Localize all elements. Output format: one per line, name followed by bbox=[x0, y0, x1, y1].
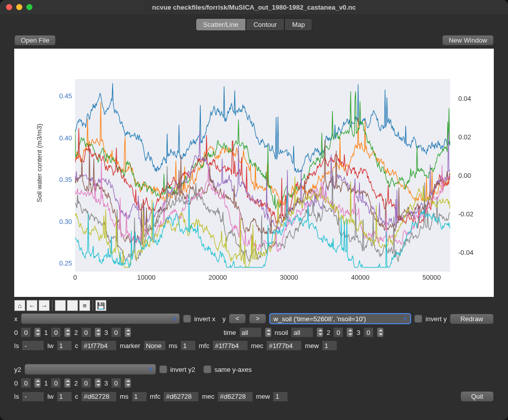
mew-input[interactable] bbox=[322, 340, 337, 351]
back-icon[interactable]: ← bbox=[26, 300, 38, 311]
y-variable-select[interactable]: w_soil ('time=52608', 'nsoil=10') bbox=[269, 313, 411, 324]
y2dim3-stepper[interactable] bbox=[124, 378, 131, 388]
new-window-button[interactable]: New Window bbox=[442, 35, 494, 46]
save-icon[interactable]: 💾 bbox=[95, 300, 106, 311]
zoom-icon[interactable] bbox=[67, 300, 78, 311]
xdim1-stepper[interactable] bbox=[64, 327, 71, 337]
mfc-input[interactable] bbox=[212, 340, 248, 351]
ynsoil-stepper[interactable] bbox=[316, 327, 323, 337]
marker-label: marker bbox=[120, 342, 140, 350]
ydim3-stepper[interactable] bbox=[377, 327, 384, 337]
xdim0-stepper[interactable] bbox=[34, 327, 41, 337]
home-icon[interactable]: ⌂ bbox=[14, 300, 25, 311]
mode-tabs: Scatter/Line Contour Map bbox=[0, 14, 508, 34]
xdim1-input[interactable] bbox=[51, 327, 61, 337]
redraw-button[interactable]: Redraw bbox=[450, 314, 494, 324]
xdim3-input[interactable] bbox=[111, 327, 121, 337]
plot-toolbar: ⌂ ← → ≡ 💾 bbox=[14, 300, 494, 311]
app-window: ncvue checkfiles/forrisk/MuSICA_out_1980… bbox=[0, 0, 508, 420]
toolbar-sep2 bbox=[92, 300, 93, 311]
ytick-left: 0.45 bbox=[50, 92, 72, 100]
ydim3-input[interactable] bbox=[364, 327, 374, 337]
close-icon[interactable] bbox=[6, 4, 12, 10]
ytick-right: 0.00 bbox=[458, 172, 482, 179]
y2dim3-input[interactable] bbox=[111, 378, 121, 388]
series-line bbox=[75, 83, 450, 172]
x-label: x bbox=[14, 315, 18, 323]
mew2-label: mew bbox=[256, 393, 270, 400]
c-input[interactable] bbox=[81, 340, 117, 351]
zoom-icon[interactable] bbox=[26, 4, 32, 10]
mec-label: mec bbox=[251, 342, 264, 350]
series-line bbox=[75, 128, 450, 228]
y2-variable-select[interactable] bbox=[24, 364, 156, 375]
ydim2-input[interactable] bbox=[333, 327, 343, 337]
lw-input[interactable] bbox=[57, 340, 72, 351]
y-label: y bbox=[223, 315, 226, 323]
y2-dims-row: 0 1 2 3 bbox=[14, 378, 494, 388]
plot-area[interactable] bbox=[75, 79, 450, 272]
tab-contour[interactable]: Contour bbox=[246, 18, 284, 31]
ls2-input[interactable] bbox=[22, 392, 44, 402]
x-variable-select[interactable] bbox=[21, 313, 180, 324]
y-next-button[interactable]: > bbox=[249, 314, 266, 324]
y-prev-button[interactable]: < bbox=[229, 314, 246, 324]
y2dim3-label: 3 bbox=[104, 379, 108, 387]
forward-icon[interactable]: → bbox=[39, 300, 50, 311]
xtick: 0 bbox=[60, 274, 90, 281]
invert-y2-checkbox[interactable] bbox=[159, 365, 167, 373]
ls2-label: ls bbox=[14, 393, 19, 400]
same-y-axes-label: same y-axes bbox=[214, 366, 252, 373]
y2dim0-label: 0 bbox=[14, 379, 18, 387]
top-buttons: Open File New Window bbox=[0, 34, 508, 49]
xdim3-label: 3 bbox=[104, 329, 108, 336]
ms2-input[interactable] bbox=[132, 392, 147, 402]
lw2-label: lw bbox=[47, 393, 53, 400]
ytick-left: 0.25 bbox=[50, 259, 72, 267]
mfc2-input[interactable] bbox=[163, 392, 199, 402]
mec-input[interactable] bbox=[266, 340, 302, 351]
y2dim2-stepper[interactable] bbox=[94, 378, 101, 388]
ydim2-stepper[interactable] bbox=[346, 327, 353, 337]
ytime-input[interactable] bbox=[239, 327, 262, 337]
y2-label: y2 bbox=[14, 366, 21, 373]
ms-input[interactable] bbox=[180, 340, 196, 351]
marker-input[interactable] bbox=[143, 340, 166, 351]
xdim0-input[interactable] bbox=[21, 327, 31, 337]
controls: x invert x y < > w_soil ('time=52608', '… bbox=[0, 312, 508, 407]
xdim3-stepper[interactable] bbox=[124, 327, 131, 337]
pan-icon[interactable] bbox=[55, 300, 66, 311]
mew2-input[interactable] bbox=[273, 392, 288, 402]
minimize-icon[interactable] bbox=[16, 4, 22, 10]
window-title: ncvue checkfiles/forrisk/MuSICA_out_1980… bbox=[0, 4, 508, 11]
open-file-button[interactable]: Open File bbox=[14, 35, 56, 46]
ytick-right: -0.02 bbox=[458, 210, 482, 218]
y2dim1-stepper[interactable] bbox=[64, 378, 71, 388]
ynsoil-input[interactable] bbox=[291, 327, 313, 337]
tab-map[interactable]: Map bbox=[284, 18, 312, 31]
style-y-row: ls lw c marker ms mfc mec mew bbox=[14, 340, 494, 351]
mec2-input[interactable] bbox=[217, 392, 253, 402]
configure-icon[interactable]: ≡ bbox=[79, 300, 90, 311]
c2-input[interactable] bbox=[81, 392, 117, 402]
invert-x-checkbox[interactable] bbox=[183, 315, 191, 323]
same-y-axes-checkbox[interactable] bbox=[203, 365, 211, 373]
xdim2-stepper[interactable] bbox=[94, 327, 101, 337]
xdim2-input[interactable] bbox=[81, 327, 91, 337]
mfc-label: mfc bbox=[199, 342, 209, 350]
xtick: 40000 bbox=[345, 274, 376, 281]
y-axis-label: Soil water content (m3/m3) bbox=[34, 49, 45, 277]
tab-scatter[interactable]: Scatter/Line bbox=[196, 18, 246, 31]
y2dim1-input[interactable] bbox=[51, 378, 61, 388]
ytime-stepper[interactable] bbox=[265, 327, 272, 337]
ms-label: ms bbox=[169, 342, 177, 350]
y2dim2-input[interactable] bbox=[81, 378, 91, 388]
invert-y-checkbox[interactable] bbox=[414, 315, 422, 323]
lw2-input[interactable] bbox=[57, 392, 72, 402]
quit-button[interactable]: Quit bbox=[460, 391, 494, 402]
ls-input[interactable] bbox=[22, 340, 44, 351]
y2dim0-input[interactable] bbox=[21, 378, 31, 388]
y2dim0-stepper[interactable] bbox=[34, 378, 41, 388]
invert-y2-label: invert y2 bbox=[170, 366, 195, 373]
series-line bbox=[75, 92, 450, 209]
